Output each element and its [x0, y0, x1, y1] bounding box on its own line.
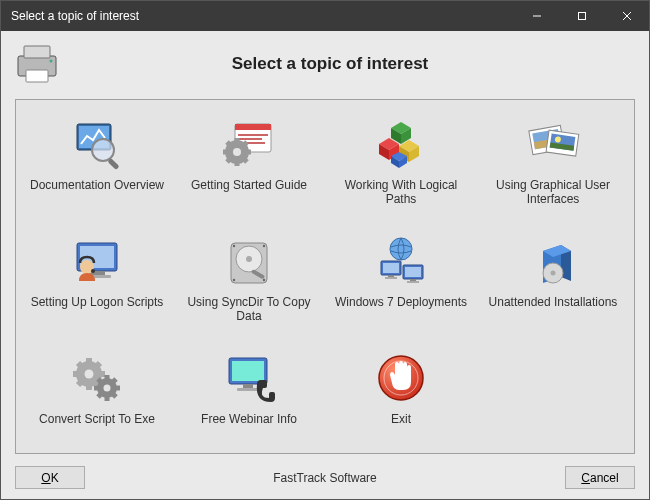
magnifier-chart-icon: [65, 112, 129, 176]
window-controls: [514, 1, 649, 31]
window-title: Select a topic of interest: [11, 9, 514, 23]
svg-point-73: [551, 271, 556, 276]
svg-rect-11: [107, 158, 119, 170]
topics-panel: Documentation Overview: [15, 99, 635, 454]
topic-documentation-overview[interactable]: Documentation Overview: [22, 110, 172, 225]
svg-point-54: [246, 256, 252, 262]
topic-free-webinar-info[interactable]: Free Webinar Info: [174, 344, 324, 454]
svg-rect-6: [26, 70, 48, 82]
topic-label: Getting Started Guide: [191, 178, 307, 192]
svg-rect-1: [578, 13, 585, 20]
svg-line-24: [244, 159, 247, 162]
svg-rect-66: [405, 267, 421, 277]
svg-point-85: [104, 385, 111, 392]
svg-point-60: [390, 238, 412, 260]
headset-user-icon: [65, 229, 129, 293]
svg-point-75: [85, 370, 94, 379]
svg-point-10: [92, 139, 114, 161]
svg-rect-96: [243, 384, 253, 388]
svg-rect-68: [407, 281, 419, 283]
svg-point-57: [263, 245, 265, 247]
cancel-button[interactable]: Cancel: [565, 466, 635, 489]
topic-label: Setting Up Logon Scripts: [31, 295, 164, 309]
svg-point-51: [91, 269, 95, 273]
topic-label: Documentation Overview: [30, 178, 164, 192]
svg-rect-15: [238, 138, 262, 140]
topic-setting-up-logon-scripts[interactable]: Setting Up Logon Scripts: [22, 227, 172, 342]
pictures-icon: [521, 112, 585, 176]
svg-line-23: [227, 142, 230, 145]
topic-getting-started-guide[interactable]: Getting Started Guide: [174, 110, 324, 225]
maximize-button[interactable]: [559, 1, 604, 31]
svg-rect-63: [388, 275, 394, 277]
topic-using-syncdir-to-copy-data[interactable]: Using SyncDir To Copy Data: [174, 227, 324, 342]
svg-rect-5: [24, 46, 50, 58]
software-box-icon: [521, 229, 585, 293]
harddisk-icon: [217, 229, 281, 293]
svg-line-91: [113, 394, 116, 397]
svg-rect-67: [410, 279, 416, 281]
topic-convert-script-to-exe[interactable]: Convert Script To Exe: [22, 344, 172, 454]
topic-label: Convert Script To Exe: [39, 412, 155, 426]
svg-rect-97: [237, 388, 259, 391]
svg-line-93: [113, 379, 116, 382]
minimize-button[interactable]: [514, 1, 559, 31]
brand-label: FastTrack Software: [85, 471, 565, 485]
svg-line-92: [98, 394, 101, 397]
ok-button[interactable]: OK: [15, 466, 85, 489]
maximize-icon: [577, 11, 587, 21]
monitor-phone-icon: [217, 346, 281, 410]
topic-label: Using Graphical User Interfaces: [483, 178, 623, 207]
topic-label: Windows 7 Deployments: [335, 295, 467, 309]
svg-point-56: [233, 245, 235, 247]
titlebar: Select a topic of interest: [1, 1, 649, 31]
printer-icon: [13, 39, 61, 87]
topic-windows-7-deployments[interactable]: Windows 7 Deployments: [326, 227, 476, 342]
page-title: Select a topic of interest: [71, 54, 639, 74]
footer: OK FastTrack Software Cancel: [1, 460, 649, 499]
topic-label: Free Webinar Info: [201, 412, 297, 426]
gear-window-icon: [217, 112, 281, 176]
topic-exit[interactable]: Exit: [326, 344, 476, 454]
topic-label: Exit: [391, 412, 411, 426]
svg-line-90: [98, 379, 101, 382]
svg-rect-62: [383, 263, 399, 273]
gears-icon: [65, 346, 129, 410]
topic-unattended-installations[interactable]: Unattended Installations: [478, 227, 628, 342]
svg-point-58: [233, 279, 235, 281]
svg-line-80: [78, 363, 81, 366]
globe-monitors-icon: [369, 229, 433, 293]
svg-point-18: [233, 148, 241, 156]
topic-label: Working With Logical Paths: [331, 178, 471, 207]
blocks-icon: [369, 112, 433, 176]
svg-point-7: [50, 60, 53, 63]
close-icon: [622, 11, 632, 21]
svg-line-82: [78, 382, 81, 385]
topics-grid: Documentation Overview: [22, 110, 628, 454]
topic-label: Unattended Installations: [489, 295, 618, 309]
header: Select a topic of interest: [1, 31, 649, 93]
svg-point-59: [263, 279, 265, 281]
svg-rect-64: [385, 277, 397, 279]
svg-line-26: [244, 142, 247, 145]
topic-label: Using SyncDir To Copy Data: [179, 295, 319, 324]
topic-using-graphical-user-interfaces[interactable]: Using Graphical User Interfaces: [478, 110, 628, 225]
svg-line-83: [97, 363, 100, 366]
svg-rect-95: [232, 361, 264, 381]
svg-rect-13: [235, 124, 271, 130]
stop-hand-icon: [369, 346, 433, 410]
svg-rect-14: [238, 134, 268, 136]
close-button[interactable]: [604, 1, 649, 31]
minimize-icon: [532, 11, 542, 21]
svg-line-25: [227, 159, 230, 162]
topic-working-with-logical-paths[interactable]: Working With Logical Paths: [326, 110, 476, 225]
dialog-window: Select a topic of interest Select a topi…: [0, 0, 650, 500]
